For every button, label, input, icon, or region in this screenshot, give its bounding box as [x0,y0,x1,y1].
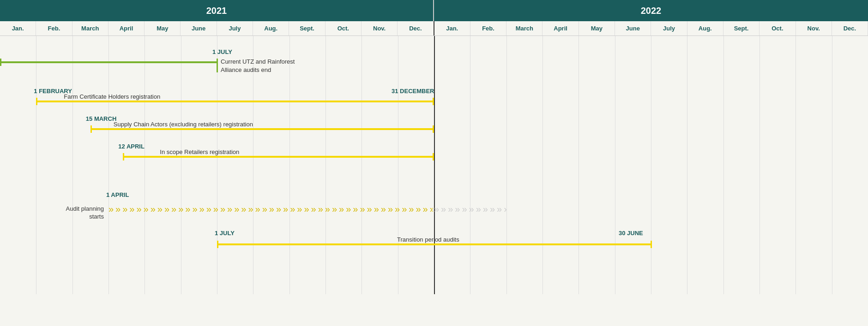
date-label-transition-start: 1 JULY [215,230,235,237]
month-jan-2022: Jan. [434,21,470,36]
grid-line-22 [796,36,796,294]
grid-line-6 [217,36,217,294]
month-jun-2021: June [181,21,217,36]
month-apr-2022: April [542,21,579,36]
date-label-audit-start: 1 APRIL [106,191,129,198]
month-mar-2022: March [506,21,542,36]
grid-line-8 [289,36,290,294]
label-retailers: In scope Retailers registration [160,148,239,155]
tick-right-transition [651,241,652,248]
month-aug-2022: Aug. [687,21,723,36]
month-nov-2021: Nov. [362,21,398,36]
bar-transition-audits [217,243,651,245]
tick-left-retail [123,153,124,160]
grid-line-23 [832,36,832,294]
month-may-2021: May [145,21,181,36]
month-dec-2021: Dec. [398,21,434,36]
grid-line-12 [434,36,435,294]
year-headers: 2021 2022 [0,0,868,21]
chevrons-dashed: »»»»»»»»»»»»»»»»»»»»»»»»»»»»»»»»»»»»»»»»… [434,204,506,213]
tick-right-retail [433,153,434,160]
grid-line-14 [506,36,507,294]
year-2022: 2022 [434,0,868,21]
bar-utz [0,61,217,63]
bar-farm-cert [36,101,433,102]
grid-line-15 [542,36,543,294]
month-headers: Jan. Feb. March April May June July Aug.… [0,21,868,36]
date-label-transition-end: 30 JUNE [619,230,643,237]
month-sep-2022: Sept. [723,21,760,36]
tick-left-supply [90,125,92,133]
tick-right-supply [433,125,434,133]
date-label-farm-end: 31 DECEMBER [392,88,434,95]
grid-line-19 [687,36,687,294]
chart-area: 1 JULYCurrent UTZ and RainforestAlliance… [0,36,868,294]
month-feb-2022: Feb. [470,21,506,36]
month-aug-2021: Aug. [253,21,289,36]
grid-line-18 [651,36,651,294]
date-label-utz-end: 1 JULY [212,48,232,55]
date-label-supply-start: 15 MARCH [86,115,116,122]
grid-line-7 [253,36,253,294]
label-audit-planning-side: Audit planningstarts [53,205,104,221]
month-dec-2022: Dec. [832,21,868,36]
grid-line-20 [723,36,724,294]
grid-line-16 [579,36,579,294]
grid-line-21 [760,36,760,294]
month-jun-2022: June [615,21,651,36]
month-jan-2021: Jan. [0,21,36,36]
label-farm-cert: Farm Certificate Holders registration [64,93,160,100]
tick-right-farm [433,98,434,105]
grid-line-10 [362,36,362,294]
label-transition-audits: Transition period audits [397,236,459,243]
tick-right-utz [217,59,218,72]
grid-line-1 [36,36,36,294]
grid-line-5 [181,36,181,294]
label-utz: Current UTZ and RainforestAlliance audit… [221,58,295,74]
timeline-wrapper: 2021 2022 Jan. Feb. March April May June… [0,0,868,294]
month-oct-2022: Oct. [760,21,796,36]
grid-line-11 [398,36,398,294]
month-oct-2021: Oct. [326,21,362,36]
grid-line-3 [108,36,109,294]
month-nov-2022: Nov. [796,21,832,36]
month-may-2022: May [579,21,615,36]
month-sep-2021: Sept. [289,21,325,36]
year-2021: 2021 [0,0,434,21]
month-apr-2021: April [108,21,145,36]
month-jul-2021: July [217,21,253,36]
bar-retailers [123,156,433,158]
tick-left-utz [0,59,1,66]
grid-line-4 [145,36,145,294]
month-mar-2021: March [72,21,108,36]
month-feb-2021: Feb. [36,21,72,36]
tick-left-farm [36,98,37,105]
grid-line-17 [615,36,615,294]
grid-line-13 [470,36,470,294]
date-label-retail-start: 12 APRIL [118,143,145,150]
grid-line-2 [72,36,73,294]
chevrons-solid: »»»»»»»»»»»»»»»»»»»»»»»»»»»»»»»»»»»»»»»»… [108,204,433,213]
bar-supply-chain [90,128,433,130]
label-supply-chain: Supply Chain Actors (excluding retailers… [114,121,253,128]
grid-line-9 [326,36,326,294]
month-jul-2022: July [651,21,687,36]
tick-left-transition [217,241,218,248]
